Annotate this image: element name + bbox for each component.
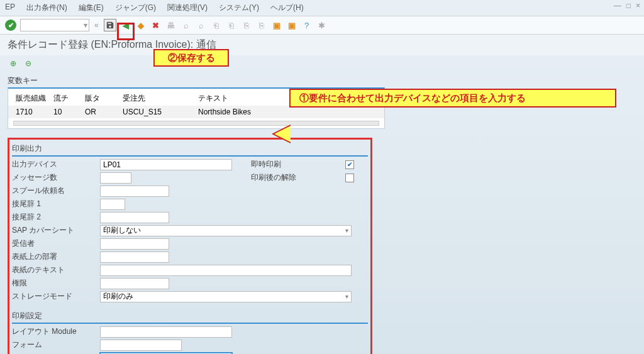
menu-output[interactable]: 出力条件(N) (26, 3, 67, 13)
highlighted-input-area: 印刷出力 出力デバイス LP01 即時印刷 ✔ メッセージ数 印刷後の解除 スプ… (8, 138, 372, 354)
prev-page-icon[interactable]: ⎗ (226, 19, 237, 31)
close-icon[interactable]: × (636, 1, 640, 10)
annotation-2: ②保存する (153, 49, 229, 67)
spool-request-label: スプール依頼名 (12, 185, 100, 196)
cover-text-input[interactable] (100, 265, 352, 276)
first-page-icon[interactable]: ⎗ (211, 19, 222, 31)
cover-sheet-select[interactable]: 印刷しない▾ (100, 225, 352, 236)
layout-module-label: レイアウト Module (12, 326, 100, 337)
suffix1-input[interactable] (100, 199, 125, 210)
print-icon[interactable]: 🖶 (165, 19, 177, 31)
keyhdr-doctype: 販タ (82, 91, 120, 106)
find-next-icon[interactable]: ⌕ (196, 19, 207, 31)
recipient-input[interactable] (100, 238, 169, 250)
help-icon[interactable]: ? (301, 19, 313, 31)
menu-jump[interactable]: ジャンプ(G) (115, 3, 156, 13)
recipient-label: 受信者 (12, 238, 100, 249)
menu-help[interactable]: ヘルプ(H) (270, 3, 304, 13)
table-row: 1710 10 OR USCU_S15 Northside Bikes (8, 106, 384, 118)
horizontal-scrollbar[interactable] (13, 121, 379, 126)
last-page-icon[interactable]: ⎘ (256, 19, 267, 31)
print-output-heading: 印刷出力 (12, 142, 368, 157)
release-after-print-checkbox[interactable] (345, 174, 354, 182)
form-input[interactable] (100, 340, 182, 351)
immediate-print-label: 即時印刷 (251, 159, 320, 170)
menu-system[interactable]: システム(Y) (219, 3, 259, 13)
layout-module-input[interactable] (100, 326, 232, 338)
storage-mode-select[interactable]: 印刷のみ▾ (100, 291, 352, 302)
menu-related[interactable]: 関連処理(V) (167, 3, 208, 13)
print-settings-heading: 印刷設定 (12, 309, 368, 324)
output-device-input[interactable]: LP01 (100, 159, 232, 170)
authorization-input[interactable] (100, 278, 169, 289)
expand-icon[interactable]: ⊕ (8, 58, 19, 69)
keyval-doctype: OR (82, 106, 120, 118)
keyhdr-soldto: 受注先 (120, 91, 196, 106)
immediate-print-checkbox[interactable]: ✔ (345, 160, 354, 169)
department-label: 表紙上の部署 (12, 252, 100, 262)
shortcut-icon[interactable]: ▣ (286, 19, 297, 31)
maximize-icon[interactable]: □ (626, 1, 631, 10)
message-count-label: メッセージ数 (12, 172, 100, 183)
new-session-icon[interactable]: ▣ (271, 19, 282, 31)
next-page-icon[interactable]: ⎘ (241, 19, 252, 31)
find-icon[interactable]: ⌕ (180, 19, 192, 31)
collapse-icon[interactable]: ⊖ (23, 58, 34, 69)
minimize-icon[interactable]: — (614, 1, 621, 10)
save-button[interactable] (104, 19, 116, 31)
page-title: 条件レコード登録 (EN:Proforma Invoice): 通信 (0, 35, 644, 55)
variable-keys-label: 変数キー (8, 74, 636, 87)
storage-mode-label: ストレージモード (12, 291, 100, 302)
menu-ep[interactable]: EP (5, 3, 15, 13)
ok-check-icon[interactable]: ✔ (5, 19, 16, 31)
keyval-soldto: USCU_S15 (120, 106, 196, 118)
annotation-1: ①要件に合わせて出力デバイスなどの項目を入力する (289, 89, 616, 108)
message-count-input[interactable] (100, 172, 131, 184)
exit-icon[interactable]: ◆ (135, 19, 147, 31)
toolbar: ✔ ▾ « ◀ ◆ ✖ 🖶 ⌕ ⌕ ⎗ ⎗ ⎘ ⎘ ▣ ▣ ? ✱ (0, 16, 644, 35)
keyhdr-distch: 流チ (51, 91, 82, 106)
output-device-label: 出力デバイス (12, 159, 100, 170)
toolbar-chevron: « (94, 21, 99, 30)
menu-edit[interactable]: 編集(E) (79, 3, 104, 13)
customize-icon[interactable]: ✱ (316, 19, 328, 31)
spool-request-input[interactable] (100, 185, 169, 197)
suffix1-label: 接尾辞 1 (12, 199, 100, 209)
form-label: フォーム (12, 340, 100, 350)
cover-text-label: 表紙のテキスト (12, 265, 100, 275)
command-field[interactable]: ▾ (20, 19, 89, 31)
suffix2-label: 接尾辞 2 (12, 212, 100, 223)
keyhdr-salesorg: 販売組織 (13, 91, 51, 106)
keyval-text: Northside Bikes (196, 106, 321, 118)
authorization-label: 権限 (12, 278, 100, 289)
menubar: EP 出力条件(N) 編集(E) ジャンプ(G) 関連処理(V) システム(Y)… (0, 0, 644, 16)
suffix2-input[interactable] (100, 212, 169, 223)
department-input[interactable] (100, 252, 169, 263)
cancel-icon[interactable]: ✖ (150, 19, 162, 31)
keyval-salesorg: 1710 (13, 106, 51, 118)
cover-sheet-label: SAP カバーシート (12, 225, 100, 236)
release-after-print-label: 印刷後の解除 (251, 172, 320, 183)
keyval-distch: 10 (51, 106, 82, 118)
